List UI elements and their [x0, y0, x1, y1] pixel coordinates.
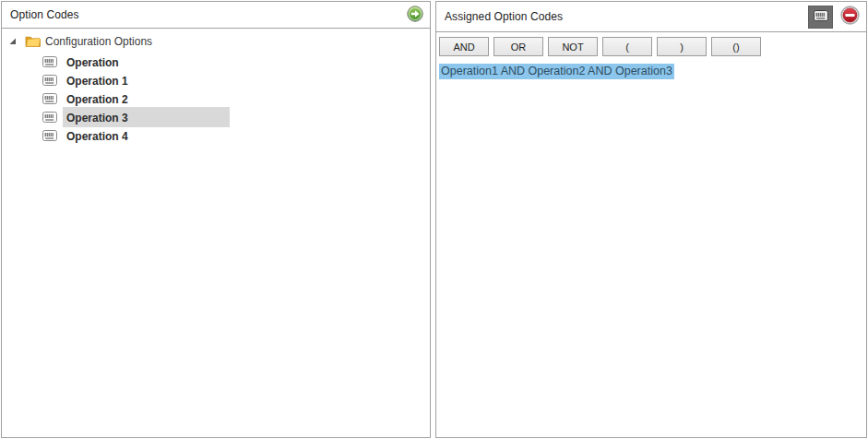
tree-item[interactable]: Operation [2, 53, 430, 71]
remove-option-code-button[interactable] [840, 6, 860, 28]
add-option-code-button[interactable] [407, 6, 423, 25]
barcode-icon [42, 93, 57, 104]
folder-icon [25, 35, 41, 48]
tree-root-node[interactable]: Configuration Options [2, 33, 430, 50]
operator-button-and[interactable]: AND [439, 37, 489, 56]
tree-item-label: Operation 2 [66, 93, 128, 106]
operator-button-paren-pair[interactable]: () [711, 37, 761, 56]
tree-item[interactable]: Operation 3 [2, 108, 430, 126]
option-codes-window: Option Codes [0, 0, 868, 439]
green-arrow-right-icon [407, 6, 423, 25]
operator-toolbar: ANDORNOT()() [436, 32, 866, 60]
tree-item-label: Operation 4 [66, 130, 128, 143]
expression-text[interactable]: Operation1 AND Operation2 AND Operation3 [439, 64, 674, 79]
left-panel-header: Option Codes [2, 2, 430, 29]
expression-area[interactable] [436, 80, 866, 437]
expander-icon[interactable] [9, 38, 18, 45]
barcode-icon [42, 56, 57, 67]
tree-root-label: Configuration Options [45, 35, 152, 48]
operator-button-close-paren[interactable]: ) [657, 37, 707, 56]
operator-button-or[interactable]: OR [493, 37, 543, 56]
right-panel-header: Assigned Option Codes [436, 2, 866, 32]
tree-item-label: Operation 1 [66, 75, 128, 88]
tree-item-label: Operation [66, 56, 119, 69]
option-code-barcode-button[interactable] [808, 6, 833, 29]
option-codes-panel: Option Codes [1, 1, 431, 438]
tree-item[interactable]: Operation 1 [2, 71, 430, 89]
operator-button-not[interactable]: NOT [548, 37, 598, 56]
assigned-option-codes-panel: Assigned Option Codes [435, 1, 867, 438]
barcode-icon [42, 130, 57, 141]
tree-item[interactable]: Operation 2 [2, 89, 430, 108]
tree-item-list: Operation Operation 1 [2, 53, 430, 145]
tree-item[interactable]: Operation 4 [2, 126, 430, 145]
barcode-button-icon [814, 10, 828, 24]
red-minus-icon [840, 6, 860, 28]
barcode-icon [42, 112, 57, 123]
right-panel-title: Assigned Option Codes [445, 10, 563, 23]
barcode-icon [42, 75, 57, 86]
operator-button-open-paren[interactable]: ( [602, 37, 652, 56]
expression-line[interactable]: Operation1 AND Operation2 AND Operation3 [436, 60, 866, 80]
option-codes-tree: Configuration Options Operation [2, 29, 430, 437]
left-panel-title: Option Codes [10, 8, 79, 21]
tree-item-label: Operation 3 [66, 112, 128, 125]
